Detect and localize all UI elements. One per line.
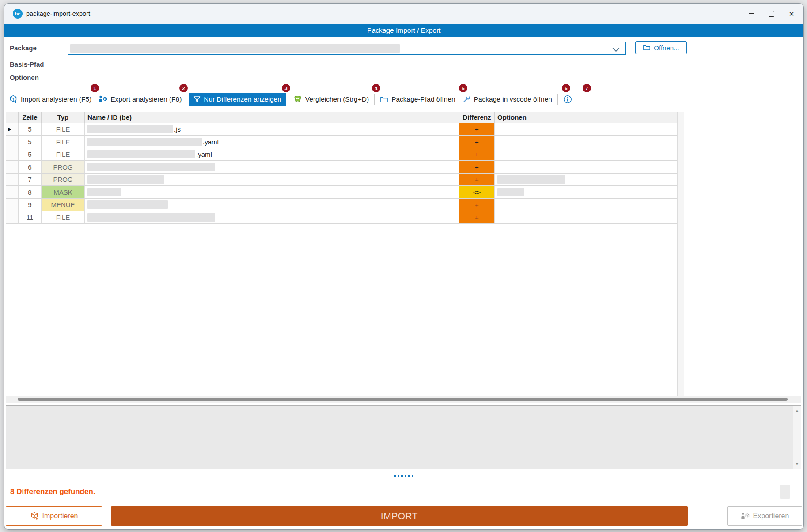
table-row[interactable]: 6 PROG + [6,161,677,174]
step-badge-4: 4 [372,84,380,92]
only-differences-toggle[interactable]: Nur Differenzen anzeigen [189,93,286,106]
cell-differenz: <> [459,186,495,199]
step-badge-3: 3 [282,84,290,92]
export-analyze-button[interactable]: Export analysieren (F8) [95,93,185,106]
package-value-redacted [70,44,400,53]
info-button[interactable] [560,93,576,106]
cell-differenz: + [459,199,495,211]
row-selector[interactable] [6,199,19,211]
toolbar-item-label: Nur Differenzen anzeigen [204,95,281,103]
app-icon: be [13,9,23,19]
column-header-differenz[interactable]: Differenz [459,112,495,123]
row-selector[interactable] [6,186,19,199]
step-badge-2: 2 [179,84,188,92]
minimize-button[interactable] [741,4,761,24]
cell-typ: PROG [42,161,85,174]
import-action-button[interactable]: IMPORT [111,506,688,526]
table-row[interactable]: 8 MASK <> [6,186,677,199]
open-package-path-button[interactable]: Package-Pfad öffnen [376,93,459,106]
log-panel[interactable]: ▲ ▼ [6,405,801,469]
redacted-text [87,138,202,146]
cell-typ: MENUE [42,199,85,211]
differences-table: Zeile Typ Name / ID (be) Differenz Optio… [6,111,801,403]
horizontal-scrollbar-thumb[interactable] [18,398,788,401]
cell-zeile: 7 [19,174,42,186]
cell-optionen [495,186,677,199]
compare-icon [293,95,302,104]
redacted-text [87,200,168,209]
redacted-text [87,150,195,158]
scroll-down-icon[interactable]: ▼ [793,462,801,466]
wrench-icon [462,95,471,104]
import-button[interactable]: Importieren [6,506,102,526]
row-selector[interactable] [6,136,19,148]
column-header-zeile[interactable]: Zeile [19,112,42,123]
table-horizontal-scrollbar[interactable] [6,396,801,403]
redacted-text [87,188,121,196]
row-selector[interactable]: ▶ [6,123,19,136]
splitter-dot-icon [408,475,410,477]
cell-zeile: 9 [19,199,42,211]
folder-icon [643,44,651,52]
close-icon: ✕ [789,11,795,17]
row-selector[interactable] [6,148,19,161]
toolbar-item-label: Vergleichen (Strg+D) [305,95,369,103]
status-bar: 8 Differenzen gefunden. [6,482,801,502]
cell-typ: FILE [42,211,85,224]
cell-typ: FILE [42,136,85,148]
cell-name: .yaml [85,148,459,161]
cell-optionen [495,123,677,136]
row-selector-header [6,112,19,123]
cell-name: .yaml [85,136,459,148]
column-header-optionen[interactable]: Optionen [495,112,677,123]
name-suffix: .yaml [203,138,219,146]
row-selector[interactable] [6,161,19,174]
open-button[interactable]: Öffnen... [635,41,687,54]
import-analyze-button[interactable]: Import analysieren (F5) [9,93,95,106]
table-row[interactable]: 5 FILE .yaml + [6,148,677,161]
cell-zeile: 5 [19,136,42,148]
export-button[interactable]: Exportieren [727,506,802,526]
column-header-name[interactable]: Name / ID (be) [85,112,459,123]
cell-typ: PROG [42,174,85,186]
close-button[interactable]: ✕ [781,4,802,24]
column-header-typ[interactable]: Typ [42,112,85,123]
table-row[interactable]: 11 FILE + [6,211,677,224]
cell-name [85,211,459,224]
step-badge-1: 1 [91,84,99,92]
table-row[interactable]: ▶ 5 FILE .js + [6,123,677,136]
splitter-dot-icon [401,475,403,477]
step-badge-7: 7 [583,84,591,92]
step-badge-6: 6 [562,84,570,92]
open-in-vscode-button[interactable]: Package in vscode öffnen [459,93,556,106]
row-selector[interactable] [6,174,19,186]
cell-name: .js [85,123,459,136]
scroll-up-icon[interactable]: ▲ [793,408,801,413]
package-combobox[interactable] [68,42,626,55]
app-window: be package-import-export ✕ Package Impor… [4,3,804,530]
compare-button[interactable]: Vergleichen (Strg+D) [290,93,372,106]
titlebar: be package-import-export ✕ [4,4,803,24]
maximize-button[interactable] [761,4,781,24]
table-vertical-scrollbar[interactable] [677,112,684,396]
cell-typ: FILE [42,148,85,161]
table-row[interactable]: 5 FILE .yaml + [6,136,677,148]
redacted-text [87,213,215,222]
log-vertical-scrollbar[interactable]: ▲ ▼ [793,406,801,469]
redacted-text [87,175,164,184]
name-suffix: .yaml [196,151,212,158]
splitter-dot-icon [405,475,406,477]
redacted-text [87,125,173,133]
package-plus-icon [9,95,18,104]
table-row[interactable]: 7 PROG + [6,174,677,186]
cell-differenz: + [459,211,495,224]
chevron-down-icon[interactable] [613,45,620,52]
filter-icon [193,96,201,103]
table-row[interactable]: 9 MENUE + [6,199,677,211]
row-selector[interactable] [6,211,19,224]
splitter-grip[interactable] [6,470,801,482]
splitter-dot-icon [398,475,399,477]
minimize-icon [749,13,754,14]
toolbar-item-label: Package in vscode öffnen [474,95,552,103]
cell-differenz: + [459,148,495,161]
